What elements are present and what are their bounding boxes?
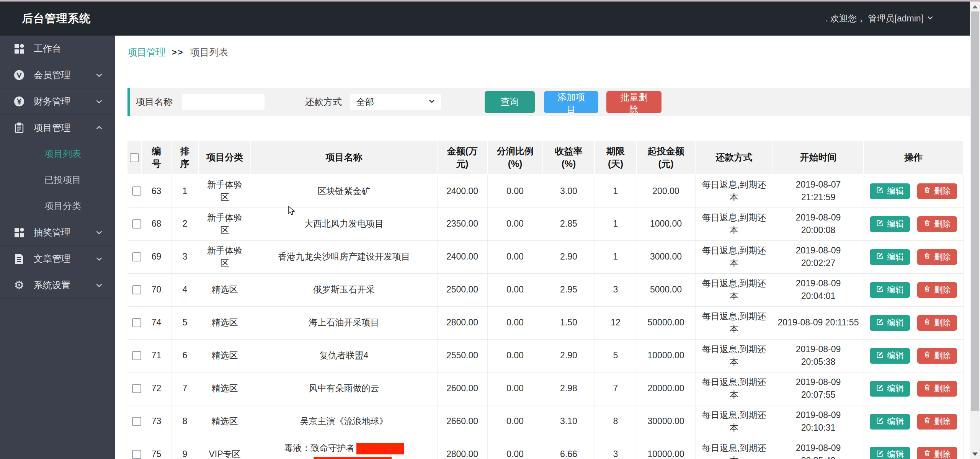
edit-button[interactable]: 编辑 xyxy=(870,348,910,364)
sidebar-item-lottery[interactable]: 抽奖管理 xyxy=(0,219,115,245)
breadcrumb-parent[interactable]: 项目管理 xyxy=(127,46,166,59)
cell-amount: 2800.00 xyxy=(437,438,487,459)
scroll-up-arrow-icon[interactable] xyxy=(970,2,980,11)
article-document-icon xyxy=(12,253,26,265)
submenu-label: 项目分类 xyxy=(44,200,81,212)
project-table: 编 号 排 序 项目分类 项目名称 金额(万 元) 分润比例 (%) 收益率 (… xyxy=(127,141,964,459)
cell-category: VIP专区 xyxy=(199,438,251,459)
edit-icon xyxy=(876,318,884,328)
row-checkbox[interactable] xyxy=(132,417,141,426)
sidebar-item-projects[interactable]: 项目管理 xyxy=(0,115,115,141)
cell-share: 0.00 xyxy=(487,405,543,438)
edit-button[interactable]: 编辑 xyxy=(870,381,910,397)
delete-button-label: 删除 xyxy=(934,350,951,361)
edit-button[interactable]: 编辑 xyxy=(870,315,910,331)
sidebar-item-invested-projects[interactable]: 已投项目 xyxy=(0,167,115,193)
row-checkbox[interactable] xyxy=(132,318,141,327)
submenu-label: 项目列表 xyxy=(44,148,81,160)
row-checkbox[interactable] xyxy=(132,219,141,229)
delete-button-label: 删除 xyxy=(934,284,951,296)
cell-repay: 每日返息,到期还本 xyxy=(695,240,773,273)
cell-id: 74 xyxy=(142,306,171,339)
cell-term: 1 xyxy=(595,175,637,207)
cell-category: 新手体验区 xyxy=(199,207,251,240)
cell-start-time: 2019-08-09 20:00:08 xyxy=(773,207,864,240)
row-checkbox[interactable] xyxy=(132,252,141,261)
user-menu[interactable]: . 欢迎您， 管理员[admin] xyxy=(825,13,934,25)
cell-repay: 每日返息,到期还本 xyxy=(695,175,773,207)
header-term: 期限 (天) xyxy=(595,141,637,175)
cell-amount: 2400.00 xyxy=(437,240,487,273)
edit-icon xyxy=(876,252,884,262)
sidebar-item-workbench[interactable]: 工作台 xyxy=(0,36,115,62)
delete-button[interactable]: 删除 xyxy=(917,249,957,265)
cell-term: 1 xyxy=(595,240,637,273)
delete-button[interactable]: 删除 xyxy=(917,216,957,232)
sidebar-item-project-list[interactable]: 项目列表 xyxy=(0,141,115,167)
delete-button[interactable]: 删除 xyxy=(917,183,957,199)
delete-button[interactable]: 删除 xyxy=(917,282,957,298)
edit-button[interactable]: 编辑 xyxy=(870,216,910,232)
lottery-grid-icon xyxy=(12,226,26,238)
edit-button[interactable]: 编辑 xyxy=(870,414,910,430)
cell-share: 0.00 xyxy=(487,207,543,240)
header-category: 项目分类 xyxy=(199,141,251,175)
chevron-down-icon xyxy=(95,255,103,263)
cell-actions: 编辑 删除 xyxy=(864,240,963,273)
row-checkbox[interactable] xyxy=(132,186,141,196)
row-checkbox[interactable] xyxy=(132,384,141,393)
edit-button[interactable]: 编辑 xyxy=(870,447,910,459)
scroll-down-arrow-icon[interactable] xyxy=(970,449,980,459)
repay-method-select[interactable]: 全部 xyxy=(350,94,441,110)
sidebar-item-members[interactable]: 会员管理 xyxy=(0,62,115,88)
delete-button[interactable]: 删除 xyxy=(917,348,957,364)
header-min-invest: 起投金额 (元) xyxy=(637,141,695,175)
edit-button[interactable]: 编辑 xyxy=(870,183,910,199)
cell-start-time: 2019-08-09 20:07:55 xyxy=(773,372,864,405)
table-row: 73 8 精选区 吴京主演《流浪地球》 2660.00 0.00 3.10 8 … xyxy=(127,405,963,438)
delete-button[interactable]: 删除 xyxy=(917,447,957,459)
select-all-checkbox[interactable] xyxy=(130,153,139,162)
trash-icon xyxy=(923,186,931,196)
cell-repay: 每日返息,到期还本 xyxy=(695,405,773,438)
welcome-text: . 欢迎您， 管理员[admin] xyxy=(825,13,923,25)
cell-repay: 每日返息,到期还本 xyxy=(695,372,773,405)
cell-share: 0.00 xyxy=(487,372,543,405)
edit-button[interactable]: 编辑 xyxy=(870,282,910,298)
batch-delete-button[interactable]: 批量删除 xyxy=(606,91,662,113)
cell-id: 70 xyxy=(142,273,171,306)
add-project-button[interactable]: 添加项目 xyxy=(544,91,598,113)
table-row: 71 6 精选区 复仇者联盟4 2550.00 0.00 2.90 5 1000… xyxy=(127,339,963,372)
settings-gear-icon: ⚙︎ xyxy=(12,279,26,291)
cell-actions: 编辑 删除 xyxy=(864,339,963,372)
delete-button-label: 删除 xyxy=(934,317,951,328)
sidebar-item-finance[interactable]: 财务管理 xyxy=(0,88,115,114)
sidebar-item-project-categories[interactable]: 项目分类 xyxy=(0,193,115,219)
sidebar-item-label: 财务管理 xyxy=(34,95,95,108)
sidebar-item-articles[interactable]: 文章管理 xyxy=(0,246,115,272)
project-name-input[interactable] xyxy=(182,94,265,110)
sidebar-item-settings[interactable]: ⚙︎ 系统设置 xyxy=(0,272,115,298)
cell-start-time: 2019-08-09 20:10:31 xyxy=(773,405,864,438)
redaction-bar xyxy=(356,443,404,454)
delete-button[interactable]: 删除 xyxy=(917,414,957,430)
search-button[interactable]: 查询 xyxy=(485,91,535,113)
delete-button[interactable]: 删除 xyxy=(917,381,957,397)
row-checkbox[interactable] xyxy=(132,285,141,294)
sidebar-item-label: 会员管理 xyxy=(34,69,95,81)
delete-button-label: 删除 xyxy=(934,449,951,459)
cell-order: 2 xyxy=(171,207,199,240)
scrollbar-thumb[interactable] xyxy=(971,11,979,411)
table-row: 70 4 精选区 俄罗斯玉石开采 2500.00 0.00 2.95 3 500… xyxy=(127,273,963,306)
edit-button[interactable]: 编辑 xyxy=(870,249,910,265)
header-start-time: 开始时间 xyxy=(773,141,864,175)
cell-actions: 编辑 删除 xyxy=(864,405,963,438)
cell-order: 4 xyxy=(171,273,199,306)
cell-order: 9 xyxy=(171,438,199,459)
cell-category: 精选区 xyxy=(199,339,251,372)
edit-button-label: 编辑 xyxy=(887,449,904,459)
row-checkbox[interactable] xyxy=(132,351,141,360)
delete-button[interactable]: 删除 xyxy=(917,315,957,331)
row-checkbox[interactable] xyxy=(132,450,141,459)
vertical-scrollbar[interactable] xyxy=(970,2,980,459)
